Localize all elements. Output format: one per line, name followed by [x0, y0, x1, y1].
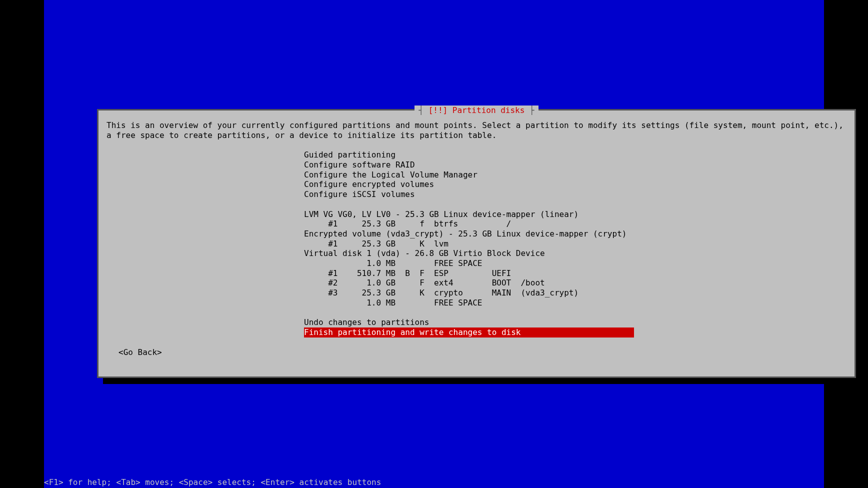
- device-lvm-vg[interactable]: LVM VG VG0, LV LV0 - 25.3 GB Linux devic…: [304, 210, 846, 220]
- spacer: [304, 200, 846, 210]
- menu-list: Guided partitioning Configure software R…: [304, 150, 846, 337]
- partition-dialog: [!!] Partition disks This is an overview…: [97, 109, 856, 378]
- dialog-title: [!!] Partition disks: [414, 106, 538, 115]
- dialog-title-bar: [!!] Partition disks: [98, 106, 854, 115]
- go-back-button[interactable]: <Go Back>: [118, 348, 846, 358]
- dialog-content: This is an overview of your currently co…: [98, 110, 854, 365]
- device-vda[interactable]: Virtual disk 1 (vda) - 26.8 GB Virtio Bl…: [304, 248, 846, 258]
- partition-vda-3[interactable]: #3 25.3 GB K crypto MAIN (vda3_crypt): [304, 288, 846, 298]
- menu-configure-iscsi[interactable]: Configure iSCSI volumes: [304, 190, 846, 200]
- spacer: [304, 308, 846, 318]
- partition-lvm-1[interactable]: #1 25.3 GB f btrfs /: [304, 219, 846, 229]
- partition-vda-1[interactable]: #1 510.7 MB B F ESP UEFI: [304, 268, 846, 278]
- menu-configure-lvm[interactable]: Configure the Logical Volume Manager: [304, 170, 846, 180]
- menu-finish-partitioning[interactable]: Finish partitioning and write changes to…: [304, 328, 634, 338]
- menu-configure-encrypted[interactable]: Configure encrypted volumes: [304, 180, 846, 190]
- device-encrypted-volume[interactable]: Encrypted volume (vda3_crypt) - 25.3 GB …: [304, 229, 846, 239]
- partition-vda-2[interactable]: #2 1.0 GB F ext4 BOOT /boot: [304, 278, 846, 288]
- free-space-1[interactable]: 1.0 MB FREE SPACE: [304, 258, 846, 268]
- installer-screen: [!!] Partition disks This is an overview…: [44, 0, 824, 488]
- dialog-description: This is an overview of your currently co…: [106, 120, 846, 140]
- menu-guided-partitioning[interactable]: Guided partitioning: [304, 150, 846, 160]
- free-space-2[interactable]: 1.0 MB FREE SPACE: [304, 298, 846, 308]
- menu-configure-raid[interactable]: Configure software RAID: [304, 160, 846, 170]
- status-bar: <F1> for help; <Tab> moves; <Space> sele…: [44, 478, 381, 488]
- partition-crypt-1[interactable]: #1 25.3 GB K lvm: [304, 239, 846, 249]
- menu-undo-changes[interactable]: Undo changes to partitions: [304, 318, 846, 328]
